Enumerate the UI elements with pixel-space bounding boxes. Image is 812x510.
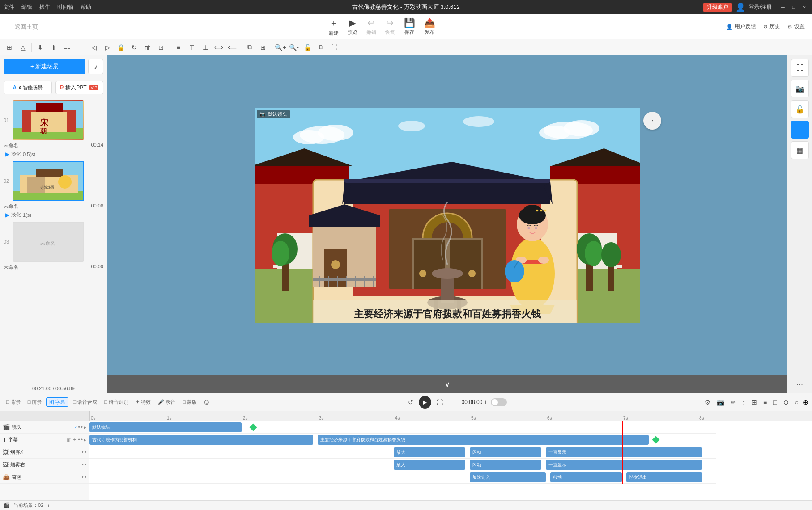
collapse-button[interactable]: ∨ <box>445 380 450 388</box>
playhead[interactable] <box>622 421 623 484</box>
scene-thumb-2[interactable]: 寺院场景 <box>13 161 84 201</box>
align-right-tool[interactable]: ▷ <box>102 42 113 53</box>
smoke-right-clip-1[interactable]: 放大 <box>394 460 465 470</box>
insert-ppt-button[interactable]: P 插入PPT VIP <box>55 81 104 94</box>
tab-subtitle[interactable]: 图 字幕 <box>46 397 68 407</box>
timeline-tool-5[interactable]: ⊞ <box>750 398 759 407</box>
timeline-tool-4[interactable]: ↕ <box>740 398 747 407</box>
fullscreen-tool-btn[interactable]: ⛶ <box>791 59 809 77</box>
subtitle-delete-btn[interactable]: 🗑 <box>66 437 72 443</box>
zoom-in-tool[interactable]: 🔍+ <box>275 42 286 53</box>
sr-action-2[interactable]: • <box>85 462 86 468</box>
smiley-btn[interactable]: ☺ <box>203 398 210 406</box>
close-button[interactable]: × <box>800 3 808 11</box>
copy-tool[interactable]: ⊡ <box>155 42 167 53</box>
timeline-tracks-area[interactable]: 0s 1s 2s 3s 4s 5s 6s 7s 8s 默认镜头 <box>89 411 812 500</box>
login-button[interactable]: 登录/注册 <box>749 4 772 11</box>
tab-effects[interactable]: ✦ 特效 <box>133 398 153 406</box>
scene-thumb-3[interactable]: 未命名 <box>13 222 84 262</box>
timeline-tool-3[interactable]: ✏ <box>729 398 738 407</box>
new-scene-button[interactable]: + 新建场景 <box>4 59 85 74</box>
smoke-right-clip-2[interactable]: 闪动 <box>470 460 541 470</box>
music-button[interactable]: ♪ <box>88 59 103 74</box>
redo-button[interactable]: ↪ 恢复 <box>385 17 395 36</box>
tab-voice-recog[interactable]: □ 语音识别 <box>102 398 131 406</box>
subtitle-add-btn[interactable]: + <box>73 437 77 443</box>
tab-background[interactable]: □ 背景 <box>4 398 23 406</box>
scene-item-2[interactable]: 02 寺院场景 未命名 <box>2 160 105 219</box>
timeline-tool-6[interactable]: ≡ <box>761 398 769 407</box>
menu-file[interactable]: 文件 <box>4 4 14 11</box>
restart-button[interactable]: ↺ <box>406 398 415 407</box>
bag-action-2[interactable]: • <box>85 474 86 480</box>
fullscreen-tool[interactable]: ⛶ <box>328 42 340 53</box>
history-button[interactable]: ↺ 历史 <box>763 23 780 30</box>
sub-action-1[interactable]: • <box>78 437 80 443</box>
bag-action-1[interactable]: • <box>82 474 84 480</box>
bag-clip-3[interactable]: 渐变退出 <box>626 472 702 482</box>
distribute-v-tool[interactable]: ⟸ <box>226 42 238 53</box>
menu-timeline[interactable]: 时间轴 <box>57 4 73 11</box>
sub-action-3[interactable]: ▸ <box>84 437 86 443</box>
unlock-tool-btn[interactable]: 🔓 <box>791 100 809 118</box>
save-button[interactable]: 💾 保存 <box>404 17 415 36</box>
lock-tool[interactable]: 🔒 <box>115 42 127 53</box>
window-controls[interactable]: ─ □ × <box>779 3 808 11</box>
frame-tool[interactable]: ⧉ <box>244 42 255 53</box>
grid-tool-btn[interactable]: ▦ <box>791 141 809 159</box>
halign-center-tool[interactable]: ≡ <box>173 42 184 53</box>
timeline-tool-7[interactable]: □ <box>771 398 778 407</box>
more-options-btn[interactable]: ··· <box>796 380 803 389</box>
undo-button[interactable]: ↩ 撤销 <box>366 17 376 36</box>
tab-record[interactable]: 🎤 录音 <box>155 398 178 406</box>
publish-button[interactable]: 📤 发布 <box>424 17 435 36</box>
smoke-left-clip-1[interactable]: 放大 <box>394 447 465 457</box>
smoke-right-clip-3[interactable]: 一直显示 <box>546 460 702 470</box>
menu-operate[interactable]: 操作 <box>39 4 50 11</box>
align-bottom-tool[interactable]: ⩵ <box>61 42 73 53</box>
sr-action-1[interactable]: • <box>82 462 84 468</box>
smoke-left-clip-2[interactable]: 闪动 <box>470 447 541 457</box>
speed-toggle[interactable] <box>491 398 507 406</box>
sl-action-2[interactable]: • <box>85 449 86 455</box>
add-track-button[interactable]: ⊕ <box>803 399 808 406</box>
fullscreen-play-button[interactable]: ⛶ <box>435 398 445 407</box>
help-icon[interactable]: ? <box>73 425 76 430</box>
zoom-minus-button[interactable]: — <box>448 398 458 407</box>
color-tool-btn[interactable] <box>791 121 809 139</box>
cursor-tool[interactable]: ⊞ <box>4 42 15 53</box>
align-up-tool[interactable]: ⬆ <box>48 42 60 53</box>
layer-action-settings[interactable]: • <box>81 424 83 430</box>
add-scene-icon[interactable]: + <box>47 503 50 508</box>
delete-tool[interactable]: 🗑 <box>142 42 153 53</box>
subtitle-clip-2[interactable]: 主要经济来源于官府拨款和百姓募捐香火钱 <box>318 435 649 445</box>
align-down-tool[interactable]: ⬇ <box>34 42 46 53</box>
valign-center-tool[interactable]: ⊥ <box>200 42 211 53</box>
menu-help[interactable]: 帮助 <box>81 4 91 11</box>
menu-edit[interactable]: 编辑 <box>21 4 32 11</box>
tab-voice-synth[interactable]: □ 语音合成 <box>70 398 100 406</box>
rotate-tool[interactable]: ↻ <box>128 42 140 53</box>
bag-clip-1[interactable]: 加速进入 <box>470 472 546 482</box>
timeline-tool-2[interactable]: 📷 <box>715 398 726 407</box>
camera-tool-btn[interactable]: 📷 <box>791 80 809 97</box>
scene-item-3[interactable]: 03 未命名 未命名 00:09 <box>2 221 105 271</box>
feedback-button[interactable]: 👤 用户反馈 <box>726 23 756 30</box>
settings-button[interactable]: ⚙ 设置 <box>787 23 805 30</box>
zoom-out-tool[interactable]: 🔍- <box>288 42 300 53</box>
grid-tool[interactable]: ⊞ <box>257 42 269 53</box>
layer-action-dot[interactable]: • <box>78 424 80 430</box>
align-top-tool[interactable]: ⩴ <box>75 42 86 53</box>
menu-bar[interactable]: 文件 编辑 操作 时间轴 帮助 <box>4 4 91 11</box>
tab-foreground[interactable]: □ 前景 <box>25 398 45 406</box>
distribute-h-tool[interactable]: ⟺ <box>213 42 225 53</box>
smoke-left-clip-3[interactable]: 一直显示 <box>546 447 702 457</box>
minimize-button[interactable]: ─ <box>779 3 787 11</box>
back-home-button[interactable]: ← 返回主页 <box>7 23 38 31</box>
music-note-button[interactable]: ♪ <box>643 112 661 130</box>
sub-action-2[interactable]: • <box>81 437 83 443</box>
scene-thumb-1[interactable]: 宋 朝 <box>13 100 84 140</box>
timeline-tool-8[interactable]: ⊙ <box>782 398 791 407</box>
duplicate-tool[interactable]: ⧉ <box>315 42 327 53</box>
valign-top-tool[interactable]: ⊤ <box>186 42 198 53</box>
